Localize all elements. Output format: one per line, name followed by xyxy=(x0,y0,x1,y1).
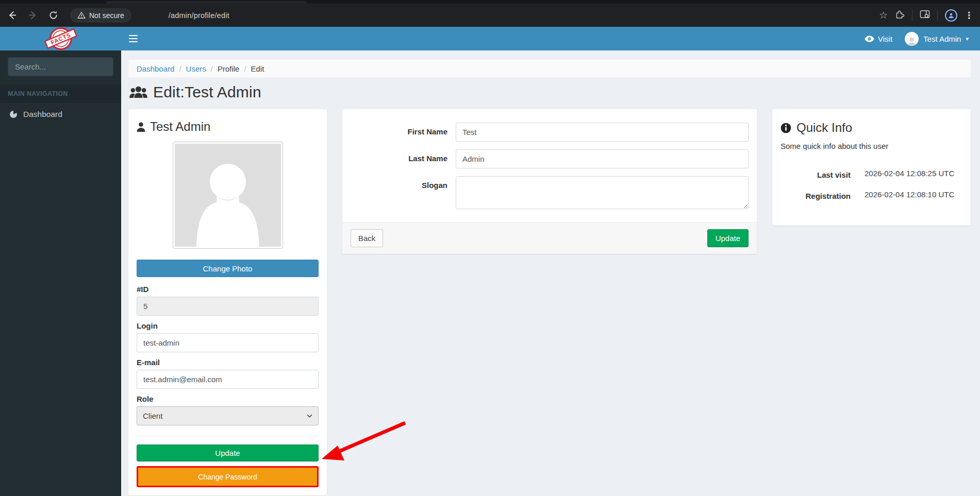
browser-chrome: Not secure /admin/profile/edit ☆ ⋮ xyxy=(0,0,980,27)
bookmark-star-icon[interactable]: ☆ xyxy=(879,10,888,20)
users-group-icon xyxy=(129,85,147,99)
warning-icon xyxy=(77,11,86,19)
page-header: Edit:Test Admin xyxy=(129,83,971,101)
edit-form-card: First Name Last Name Slogan Back Update xyxy=(342,109,757,254)
last-visit-value: 2026-02-04 12:08:25 UTC xyxy=(865,169,954,179)
change-photo-button[interactable]: Change Photo xyxy=(137,260,319,277)
visit-link[interactable]: Visit xyxy=(865,35,892,43)
page-title: Edit:Test Admin xyxy=(153,83,261,101)
id-label: #ID xyxy=(137,285,319,294)
form-update-button[interactable]: Update xyxy=(707,229,749,247)
user-icon xyxy=(137,122,145,132)
breadcrumb-separator: / xyxy=(211,64,213,73)
breadcrumb-separator: / xyxy=(244,64,246,73)
security-chip[interactable]: Not secure xyxy=(70,8,131,23)
login-label: Login xyxy=(137,321,319,330)
breadcrumb-dashboard-link[interactable]: Dashboard xyxy=(137,64,174,73)
user-avatar xyxy=(905,32,919,46)
email-label: E-mail xyxy=(137,358,319,367)
browser-forward-icon[interactable] xyxy=(24,7,41,24)
quick-info-card: Quick Info Some quick info about this us… xyxy=(772,109,971,226)
url-bar[interactable]: /admin/profile/edit xyxy=(169,11,229,20)
sidebar-item-label: Dashboard xyxy=(23,110,62,119)
quick-info-subtitle: Some quick info about this user xyxy=(780,142,962,150)
sidebar-toggle-hamburger-icon[interactable] xyxy=(121,27,145,50)
slogan-field[interactable] xyxy=(456,176,749,209)
toolbar-separator xyxy=(937,10,938,21)
last-visit-label: Last visit xyxy=(780,169,851,179)
sidebar: MAIN NAVIGATION Dashboard xyxy=(0,50,121,496)
browser-profile-icon[interactable] xyxy=(945,9,957,22)
info-circle-icon xyxy=(780,123,791,133)
side-panel-search-icon[interactable] xyxy=(920,10,930,21)
last-visit-row: Last visit 2026-02-04 12:08:25 UTC xyxy=(780,169,962,179)
eye-icon xyxy=(865,36,874,42)
breadcrumb-separator: / xyxy=(179,64,181,73)
browser-back-icon[interactable] xyxy=(3,7,21,24)
app-logo[interactable]: FACTS xyxy=(0,27,121,50)
quick-info-title: Quick Info xyxy=(796,121,852,135)
registration-label: Registration xyxy=(780,190,851,200)
profile-name: Test Admin xyxy=(150,119,210,134)
extensions-icon[interactable] xyxy=(895,9,905,21)
registration-row: Registration 2026-02-04 12:08:10 UTC xyxy=(780,190,962,200)
first-name-label: First Name xyxy=(351,123,456,142)
toolbar-separator xyxy=(912,10,912,21)
id-field xyxy=(137,297,319,316)
last-name-field[interactable] xyxy=(456,149,749,168)
breadcrumb-edit: Edit xyxy=(251,64,264,73)
user-menu-label: Test Admin xyxy=(923,35,961,43)
security-chip-label: Not secure xyxy=(89,11,124,20)
profile-photo-placeholder xyxy=(173,142,283,249)
quick-info-heading: Quick Info xyxy=(780,121,962,135)
browser-menu-kebab-icon[interactable]: ⋮ xyxy=(965,11,974,20)
sidebar-search xyxy=(8,57,113,76)
search-input[interactable] xyxy=(8,62,113,71)
breadcrumb-profile: Profile xyxy=(218,64,240,73)
login-field[interactable] xyxy=(137,333,319,352)
email-field[interactable] xyxy=(137,370,319,389)
profile-card: Test Admin Change Photo #ID Login E-mail xyxy=(128,109,327,495)
sidebar-section-label: MAIN NAVIGATION xyxy=(0,84,121,103)
back-button[interactable]: Back xyxy=(351,229,383,247)
form-footer: Back Update xyxy=(342,222,757,254)
visit-label: Visit xyxy=(878,35,892,43)
main-content: Dashboard / Users / Profile / Edit Edit:… xyxy=(121,50,980,496)
last-name-label: Last Name xyxy=(351,149,456,168)
chevron-down-icon xyxy=(307,414,312,418)
profile-card-heading: Test Admin xyxy=(137,119,319,134)
breadcrumb: Dashboard / Users / Profile / Edit xyxy=(128,60,971,77)
user-menu[interactable]: Test Admin ▾ xyxy=(905,32,969,46)
card-divider xyxy=(137,436,319,436)
role-select[interactable]: Client xyxy=(137,406,319,425)
dashboard-pie-icon xyxy=(9,110,18,118)
first-name-field[interactable] xyxy=(456,123,749,142)
role-selected-value: Client xyxy=(143,412,162,420)
sidebar-item-dashboard[interactable]: Dashboard xyxy=(0,103,121,126)
role-label: Role xyxy=(137,395,319,403)
caret-down-icon: ▾ xyxy=(966,36,969,42)
breadcrumb-users-link[interactable]: Users xyxy=(186,64,206,73)
browser-reload-icon[interactable] xyxy=(44,7,62,24)
profile-update-button[interactable]: Update xyxy=(137,444,319,461)
slogan-label: Slogan xyxy=(351,176,456,211)
change-password-button[interactable]: Change Password xyxy=(137,466,319,487)
registration-value: 2026-02-04 12:08:10 UTC xyxy=(865,190,954,200)
app-navbar: FACTS Visit Test Admin ▾ xyxy=(0,27,980,50)
browser-tab-strip xyxy=(0,0,980,4)
